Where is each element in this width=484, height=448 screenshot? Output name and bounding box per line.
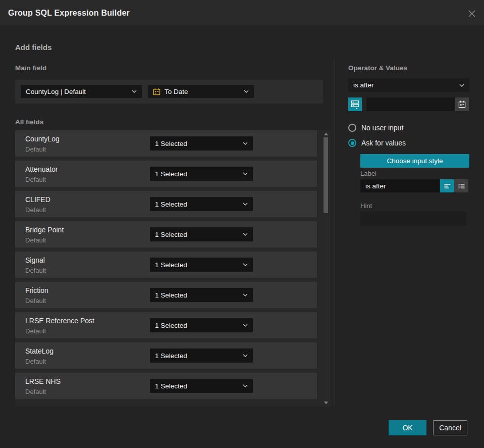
chevron-down-icon [243,233,248,236]
field-row: Attenuator Default 1 Selected [15,161,317,187]
field-selected-value: 1 Selected [155,352,239,360]
radio-unchecked-icon [348,124,356,132]
field-type: Default [25,176,46,183]
field-type: Default [25,236,46,244]
label-field-label: Label [360,170,377,177]
hint-field-label: Hint [360,202,372,210]
main-field-panel: CountyLog | Default To Date [15,80,323,104]
field-row: CLIFED Default 1 Selected [15,191,317,217]
field-selected-value: 1 Selected [155,261,239,269]
field-name: Bridge Point [25,226,64,234]
field-name: Signal [25,256,45,264]
field-name: LRSE Reference Post [25,317,94,325]
field-type: Default [25,206,46,214]
chevron-down-icon [459,84,464,87]
cancel-button[interactable]: Cancel [433,420,467,435]
field-row: Friction Default 1 Selected [15,282,317,308]
field-row: LRSE NHS Default 1 Selected [15,373,317,399]
operator-select-value: is after [353,81,455,89]
chevron-down-icon [243,354,248,357]
operator-select[interactable]: is after [348,78,469,92]
field-selected-value: 1 Selected [155,322,239,329]
field-name: Attenuator [25,165,58,173]
all-fields-list: CountyLog Default 1 Selected Attenuator … [15,130,331,399]
radio-checked-icon [348,139,356,147]
field-name: CountyLog [25,135,60,143]
hint-input[interactable] [360,212,466,226]
value-input-type-button[interactable] [348,97,362,111]
dialog-title: Group SQL Expression Builder [8,9,130,18]
field-type: Default [25,145,46,153]
radio-no-user-input-label: No user input [361,124,403,132]
main-field-date-select[interactable]: To Date [148,85,254,98]
field-selected-dropdown[interactable]: 1 Selected [150,318,253,332]
chevron-down-icon [243,384,248,387]
calendar-icon [153,88,160,95]
radio-ask-for-values[interactable]: Ask for values [348,139,406,147]
add-fields-title: Add fields [15,43,52,52]
field-type: Default [25,327,46,335]
main-field-date-select-value: To Date [165,88,240,95]
choose-input-style-button[interactable]: Choose input style [360,154,469,168]
scrollbar[interactable] [324,130,328,407]
field-selected-dropdown[interactable]: 1 Selected [150,349,253,363]
field-selected-value: 1 Selected [155,231,239,238]
field-name: CLIFED [25,195,50,204]
chevron-down-icon [243,142,248,145]
field-row: Signal Default 1 Selected [15,252,317,278]
label-input[interactable] [360,179,440,192]
chevron-down-icon [243,203,248,206]
all-fields-panel: CountyLog Default 1 Selected Attenuator … [15,130,331,407]
field-selected-value: 1 Selected [155,201,239,208]
main-field-select-value: CountyLog | Default [26,88,128,95]
list-icon [458,182,465,190]
field-row: Bridge Point Default 1 Selected [15,221,317,247]
operator-values-label: Operator & Values [348,64,407,72]
chevron-down-icon [243,263,248,266]
field-selected-dropdown[interactable]: 1 Selected [150,288,253,302]
field-row: CountyLog Default 1 Selected [15,130,317,157]
panel-divider [335,60,335,405]
group-sql-expression-builder-dialog: Group SQL Expression Builder Add fields … [0,0,484,448]
field-selected-dropdown[interactable]: 1 Selected [150,227,253,241]
scrollbar-thumb[interactable] [324,137,328,213]
field-selected-dropdown[interactable]: 1 Selected [150,379,253,393]
field-selected-value: 1 Selected [155,382,239,390]
field-row: LRSE Reference Post Default 1 Selected [15,312,317,338]
field-name: LRSE NHS [25,377,61,385]
field-selected-value: 1 Selected [155,140,239,147]
field-name: Friction [25,286,48,294]
close-button[interactable] [467,9,477,19]
scroll-down-arrow-icon[interactable] [324,402,328,404]
field-selected-dropdown[interactable]: 1 Selected [150,258,253,272]
field-selected-dropdown[interactable]: 1 Selected [150,197,253,211]
chevron-down-icon [132,90,137,93]
field-row: StateLog Default 1 Selected [15,342,317,369]
chevron-down-icon [243,324,248,327]
field-selected-value: 1 Selected [155,291,239,299]
field-type: Default [25,358,46,365]
chevron-down-icon [243,172,248,175]
scroll-up-arrow-icon[interactable] [324,133,328,135]
chevron-down-icon [243,293,248,296]
field-selected-dropdown[interactable]: 1 Selected [150,136,253,151]
field-selected-value: 1 Selected [155,170,239,178]
unique-values-icon [351,100,359,109]
calendar-icon [458,101,466,108]
single-value-style-button[interactable] [440,179,454,192]
align-left-icon [444,182,451,190]
chevron-down-icon [244,90,249,93]
list-style-button[interactable] [454,179,468,192]
all-fields-label: All fields [15,118,43,126]
close-icon [467,9,476,18]
date-picker-button[interactable] [455,97,469,111]
field-name: StateLog [25,347,53,355]
main-field-label: Main field [15,64,46,72]
ok-button[interactable]: OK [389,420,426,435]
field-type: Default [25,297,46,305]
radio-no-user-input[interactable]: No user input [348,124,403,132]
value-input[interactable] [366,97,455,111]
main-field-select[interactable]: CountyLog | Default [21,85,142,98]
radio-ask-for-values-label: Ask for values [361,139,406,147]
field-selected-dropdown[interactable]: 1 Selected [150,167,253,181]
